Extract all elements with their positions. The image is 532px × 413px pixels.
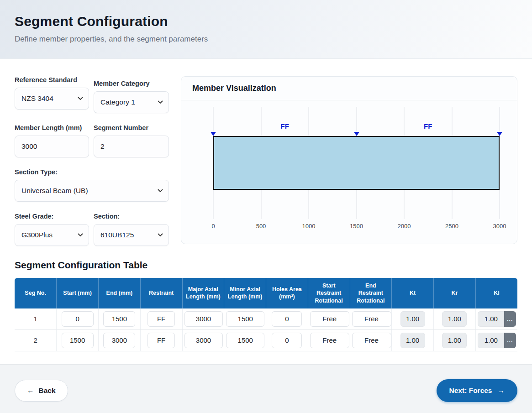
end-rot-cell: [350, 308, 392, 330]
start-rot-cell: [308, 329, 350, 351]
row2-start-rot-input[interactable]: [310, 333, 349, 348]
steel-grade-value: G300Plus: [21, 231, 53, 239]
row1-start-rot-input[interactable]: [310, 311, 349, 327]
reference-standard-value: NZS 3404: [21, 94, 53, 103]
chevron-down-icon: [158, 233, 163, 237]
visualization-card-body: 050010001500200025003000FFFF: [181, 100, 517, 244]
row1-major-input[interactable]: [184, 311, 223, 327]
kt-cell: [392, 308, 434, 330]
restraint-cell: [140, 329, 182, 351]
row1-holes-input[interactable]: [272, 311, 302, 327]
right-arrow-icon: →: [498, 387, 505, 395]
section-label: Section:: [94, 213, 169, 220]
reference-standard-label: Reference Standard: [15, 76, 89, 84]
holes-cell: [266, 329, 308, 351]
table-header-cell: End (mm): [99, 278, 141, 308]
kt-cell: [392, 329, 434, 351]
start-rot-cell: [308, 308, 350, 330]
kl-cell: ...: [475, 329, 517, 351]
table-header: Seg No.Start (mm)End (mm)RestraintMajor …: [15, 278, 517, 308]
kl-cell: ...: [475, 308, 517, 330]
member-length-input[interactable]: [15, 136, 89, 157]
table-header-cell: Seg No.: [15, 278, 57, 308]
section-select[interactable]: 610UB125: [94, 224, 169, 246]
chevron-down-icon: [78, 97, 83, 100]
kr-cell: [434, 329, 476, 351]
row2-minor-input[interactable]: [226, 333, 264, 348]
restraint-marker-icon: [497, 132, 502, 136]
segment-table-heading: Segment Configuration Table: [15, 260, 517, 271]
row1-minor-input[interactable]: [226, 311, 264, 327]
chevron-down-icon: [158, 189, 163, 193]
table-header-cell: Holes Area (mm²): [266, 278, 308, 308]
member-beam: [213, 136, 500, 190]
row1-kr-input[interactable]: [442, 311, 467, 327]
visualization-title: Member Visualization: [192, 84, 506, 93]
table-header-row: Seg No.Start (mm)End (mm)RestraintMajor …: [15, 278, 517, 308]
restraint-marker-icon: [211, 132, 216, 136]
axis-tick-label: 1500: [350, 223, 363, 230]
row2-holes-input[interactable]: [272, 333, 302, 348]
axis-tick-label: 2500: [445, 223, 458, 230]
row2-end-input[interactable]: [103, 333, 135, 348]
row2-restraint-input[interactable]: [147, 333, 175, 348]
row1-end-input[interactable]: [103, 311, 135, 327]
reference-standard-select[interactable]: NZS 3404: [15, 88, 89, 110]
axis-tick-label: 500: [256, 223, 266, 230]
chevron-down-icon: [78, 233, 83, 237]
row2-end-rot-input[interactable]: [352, 333, 391, 348]
row2-kl-more-button[interactable]: ...: [504, 333, 516, 348]
row1-kl-more-button[interactable]: ...: [504, 311, 516, 327]
section-value: 610UB125: [100, 231, 134, 239]
axis-tick-label: 1000: [302, 223, 316, 230]
section-type-label: Section Type:: [15, 168, 169, 176]
member-category-select[interactable]: Category 1: [94, 91, 169, 113]
footer-action-bar: ← Back Next: Forces →: [0, 364, 532, 413]
row1-kl-input[interactable]: [478, 311, 504, 327]
member-properties-form: Reference Standard NZS 3404 Member Categ…: [15, 76, 169, 246]
row2-kl-input[interactable]: [478, 333, 504, 348]
row2-kt-input[interactable]: [400, 333, 425, 348]
table-header-cell: Major Axial Length (mm): [182, 278, 224, 308]
row1-kt-input[interactable]: [400, 311, 425, 327]
table-body: 1...2...: [15, 308, 517, 351]
table-header-cell: Start (mm): [57, 278, 99, 308]
segment-configuration-table: Seg No.Start (mm)End (mm)RestraintMajor …: [15, 278, 517, 351]
table-header-cell: Kr: [434, 278, 476, 308]
end-cell: [99, 308, 141, 330]
kl-input-group: ...: [478, 311, 516, 327]
seg-number-cell: 1: [15, 308, 57, 330]
row1-end-rot-input[interactable]: [352, 311, 391, 327]
section-type-value: Universal Beam (UB): [21, 187, 88, 195]
table-header-cell: Start Restraint Rotational: [308, 278, 350, 308]
main-content: Reference Standard NZS 3404 Member Categ…: [0, 59, 532, 364]
page-header: Segment Configuration Define member prop…: [0, 0, 532, 59]
table-header-cell: Kl: [475, 278, 517, 308]
row1-start-input[interactable]: [62, 311, 94, 327]
row1-restraint-input[interactable]: [147, 311, 175, 327]
member-visualization-card: Member Visualization 0500100015002000250…: [181, 76, 517, 244]
start-cell: [57, 329, 99, 351]
table-row: 1...: [15, 308, 517, 330]
kl-input-group: ...: [478, 333, 516, 348]
back-button[interactable]: ← Back: [15, 380, 68, 402]
page: Segment Configuration Define member prop…: [0, 0, 532, 413]
row2-kr-input[interactable]: [442, 333, 467, 348]
steel-grade-label: Steel Grade:: [15, 213, 89, 220]
kr-cell: [434, 308, 476, 330]
member-length-field: Member Length (mm): [15, 124, 89, 157]
axis-tick-label: 0: [211, 223, 215, 230]
section-type-select[interactable]: Universal Beam (UB): [15, 180, 169, 202]
end-cell: [99, 329, 141, 351]
start-cell: [57, 308, 99, 330]
segment-number-label: Segment Number: [94, 124, 169, 131]
next-forces-button[interactable]: Next: Forces →: [437, 379, 517, 402]
row2-major-input[interactable]: [184, 333, 223, 348]
row2-start-input[interactable]: [62, 333, 94, 348]
back-button-label: Back: [39, 387, 56, 395]
segment-restraint-label: FF: [281, 122, 289, 130]
steel-grade-field: Steel Grade: G300Plus: [15, 213, 89, 246]
steel-grade-select[interactable]: G300Plus: [15, 224, 89, 246]
segment-number-input[interactable]: [94, 136, 169, 157]
minor-cell: [224, 329, 266, 351]
